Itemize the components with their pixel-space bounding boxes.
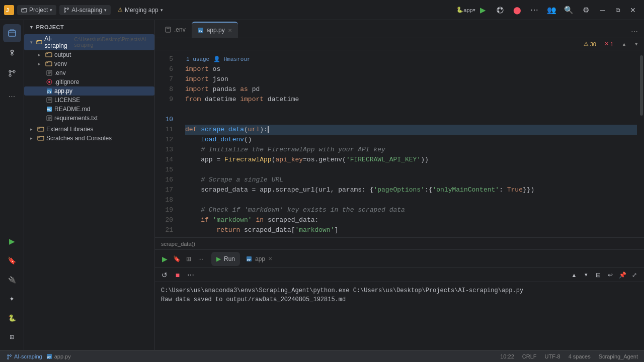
tree-gitignore-file[interactable]: .gitignore (24, 77, 154, 86)
chevron-scratches-icon: ▸ (30, 136, 35, 141)
minimize-button[interactable]: ─ (596, 3, 610, 17)
run-button[interactable]: ▶ (476, 3, 490, 17)
pin-icon[interactable]: 📌 (617, 269, 628, 281)
branch-selector[interactable]: AI-scraping ▾ (59, 5, 111, 15)
stop-button[interactable]: ■ (172, 269, 183, 281)
code-line-17 (185, 195, 637, 205)
code-content[interactable]: 1 usage 👤 Hmasrour import os import json… (179, 50, 637, 237)
editor-scrollbar[interactable] (637, 50, 644, 237)
filter-icon[interactable]: ⊟ (593, 269, 604, 281)
sidebar-item-ai[interactable]: ✦ (3, 290, 21, 308)
git-icon[interactable] (493, 3, 507, 17)
editor-scrollbar-thumb[interactable] (640, 55, 643, 116)
status-position[interactable]: 10:22 (500, 353, 514, 359)
more-options-icon[interactable]: ⋯ (527, 3, 541, 17)
python-tab-icon: py (198, 27, 204, 33)
status-env[interactable]: Scraping_Agent (599, 353, 638, 359)
close-button[interactable]: ✕ (626, 3, 640, 17)
sidebar-item-git[interactable] (3, 64, 21, 82)
warning-count[interactable]: ⚠ 30 (584, 41, 596, 47)
code-editor: 5 6 7 8 9 10 11 12 13 14 15 16 17 18 19 (155, 50, 644, 237)
accounts-icon[interactable]: 👥 (544, 3, 558, 17)
bottom-more-icon[interactable]: ··· (195, 253, 206, 264)
sidebar-item-more[interactable]: ··· (3, 87, 21, 106)
bottom-layout-icon[interactable]: ⊞ (183, 253, 194, 264)
folder-icon (21, 7, 27, 13)
run-tab-label: Run (224, 255, 235, 262)
sidebar-icons: ··· ▶ 🔖 🔌 ✦ 🐍 ⊞ (0, 20, 24, 350)
status-indent[interactable]: 4 spaces (569, 353, 591, 359)
folder-icon (36, 39, 42, 46)
code-line-13: app = FirecrawlApp(api_key=os.getenv('FI… (185, 155, 637, 165)
tab-app-py[interactable]: py app.py ✕ (192, 22, 238, 38)
merge-button[interactable]: ⚠ Merging app ▾ (114, 5, 167, 15)
file-tree-header[interactable]: ▾ Project (24, 20, 154, 34)
close-app-tab[interactable]: ✕ (268, 256, 272, 261)
root-folder-name: AI-scraping (44, 35, 70, 49)
chevron-project-icon: ▾ (30, 25, 33, 30)
console-line-2: Raw data saved to output/rawData_2024080… (161, 295, 638, 304)
bottom-bookmark-icon[interactable]: 🔖 (171, 253, 182, 264)
svg-rect-41 (38, 136, 44, 140)
run-tab-icon: ▶ (216, 255, 221, 262)
tree-license-file[interactable]: LICENSE (24, 96, 154, 105)
expand-console-icon[interactable]: ⤢ (629, 269, 640, 281)
sidebar-item-expand[interactable]: ⊞ (3, 328, 21, 346)
sidebar-item-python[interactable]: 🐍 (3, 309, 21, 327)
tab-more-button[interactable]: ⋯ (629, 26, 640, 38)
status-bar: AI-scraping py app.py 10:22 CRLF UTF-8 4… (0, 350, 644, 362)
env-file-name: .env (54, 69, 66, 76)
settings-icon[interactable]: ⚙ (579, 3, 593, 17)
maximize-button[interactable]: ⧉ (611, 3, 625, 17)
status-line-ending[interactable]: CRLF (522, 353, 537, 359)
sidebar-item-project[interactable] (3, 24, 21, 42)
svg-text:py: py (247, 258, 251, 261)
wrap-icon[interactable]: ↩ (605, 269, 616, 281)
record-button[interactable]: ⬤ (510, 3, 524, 17)
tree-output-folder[interactable]: ▸ output (24, 50, 154, 59)
bottom-tab-run[interactable]: ▶ Run (211, 252, 240, 266)
tree-env-file[interactable]: .env (24, 68, 154, 77)
close-tab-button[interactable]: ✕ (228, 28, 232, 33)
sidebar-item-bookmarks[interactable]: 🔖 (3, 251, 21, 269)
tab-bar: .env py app.py ✕ ⋯ (155, 20, 644, 38)
toolbar-more-button[interactable]: ⋯ (185, 269, 196, 281)
project-selector[interactable]: Project ▾ (17, 5, 56, 15)
tree-requirements-file[interactable]: requirements.txt (24, 114, 154, 123)
svg-rect-40 (38, 127, 44, 131)
code-line-14 (185, 165, 637, 175)
restart-button[interactable]: ↺ (159, 269, 170, 281)
navigate-up-icon[interactable]: ▲ (621, 41, 627, 47)
svg-rect-22 (46, 62, 52, 66)
output-folder-name: output (54, 51, 71, 58)
search-icon[interactable]: 🔍 (561, 3, 576, 17)
editor-area: .env py app.py ✕ ⋯ ⚠ 30 ✕ 1 ▲ (155, 20, 644, 249)
bottom-tab-bar: ▶ 🔖 ⊞ ··· ▶ Run py app ✕ (155, 250, 644, 268)
tree-venv-folder[interactable]: ▸ venv (24, 59, 154, 68)
sidebar-item-plugins[interactable]: 🔌 (3, 270, 21, 289)
tree-app-py-file[interactable]: py app.py (24, 86, 154, 96)
error-count[interactable]: ✕ 1 (604, 41, 613, 47)
bottom-run-icon[interactable]: ▶ (159, 253, 170, 264)
tree-readme-file[interactable]: MD README.md (24, 105, 154, 114)
tree-external-libraries[interactable]: ▸ External Libraries (24, 125, 154, 134)
bottom-tab-app[interactable]: py app ✕ (241, 252, 277, 266)
sidebar-item-commit[interactable] (3, 43, 21, 61)
status-file[interactable]: py app.py (46, 353, 71, 359)
status-bar-right: 10:22 CRLF UTF-8 4 spaces Scraping_Agent (500, 353, 638, 359)
sidebar-item-run[interactable]: ▶ (3, 232, 21, 250)
scroll-down-icon[interactable]: ▾ (581, 269, 592, 281)
svg-text:py: py (47, 89, 51, 94)
editor-and-bottom: .env py app.py ✕ ⋯ ⚠ 30 ✕ 1 ▲ (155, 20, 644, 350)
status-encoding[interactable]: UTF-8 (545, 353, 560, 359)
project-label: Project (29, 7, 48, 14)
navigate-down-icon[interactable]: ▾ (635, 41, 638, 47)
tree-root-folder[interactable]: ▾ AI-scraping C:\Users\us\Desktop\Projec… (24, 34, 154, 50)
tree-scratches[interactable]: ▸ Scratches and Consoles (24, 134, 154, 143)
status-branch[interactable]: AI-scraping (6, 353, 42, 359)
scroll-up-icon[interactable]: ▲ (569, 269, 580, 281)
app-badge[interactable]: 🐍 app ▾ (459, 3, 473, 17)
chevron-venv-icon: ▸ (38, 61, 43, 66)
tab-env[interactable]: .env (159, 22, 192, 38)
app-badge-label: app (463, 7, 472, 13)
